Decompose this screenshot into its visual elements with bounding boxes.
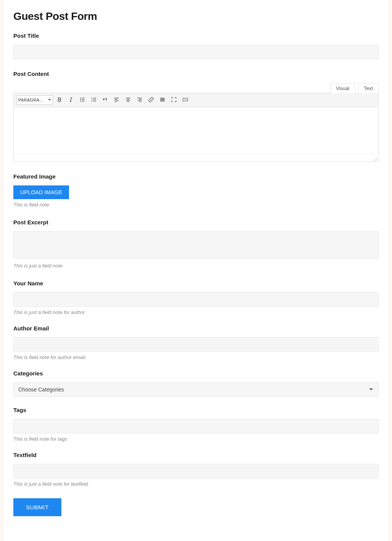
field-tags: Tags This is field note for tags — [13, 407, 379, 442]
tab-text[interactable]: Text — [358, 83, 379, 93]
italic-button[interactable] — [66, 95, 76, 105]
bullet-list-button[interactable] — [77, 95, 87, 105]
quote-icon — [102, 97, 108, 104]
field-textfield: Textfield This is just a field note for … — [13, 452, 379, 487]
format-dropdown-label: PARAGRA… — [18, 98, 43, 102]
categories-select[interactable]: Choose Categories — [13, 382, 379, 397]
post-excerpt-note: This is just a field note — [13, 263, 379, 269]
number-list-button[interactable]: 123 — [89, 95, 99, 105]
your-name-label: Your Name — [13, 280, 379, 287]
tags-label: Tags — [13, 407, 379, 413]
page-title: Guest Post Form — [13, 10, 379, 23]
editor-wrapper: PARAGRA… 123 — [13, 93, 379, 162]
textfield-input[interactable] — [13, 464, 379, 478]
post-title-label: Post Title — [13, 32, 379, 39]
svg-point-1 — [80, 99, 81, 100]
editor-tabs: Visual Text — [13, 83, 379, 93]
svg-rect-6 — [183, 98, 188, 101]
svg-point-2 — [80, 100, 81, 101]
svg-text:3: 3 — [92, 100, 93, 102]
svg-point-0 — [80, 97, 81, 98]
tags-note: This is field note for tags — [13, 436, 379, 442]
field-featured-image: Featured Image UPLOAD IMAGE This is fiel… — [13, 173, 379, 208]
textfield-label: Textfield — [13, 452, 379, 458]
bold-button[interactable] — [55, 95, 64, 105]
format-dropdown[interactable]: PARAGRA… — [16, 95, 53, 105]
author-email-note: This is field note for author email. — [13, 354, 379, 360]
align-right-button[interactable] — [135, 95, 145, 105]
upload-image-button[interactable]: UPLOAD IMAGE — [13, 185, 69, 199]
featured-image-label: Featured Image — [13, 173, 379, 180]
align-right-icon — [137, 97, 143, 104]
link-icon — [148, 97, 154, 104]
textfield-note: This is just a field note for textfield — [13, 481, 379, 487]
submit-button[interactable]: SUBMIT — [13, 498, 61, 516]
categories-label: Categories — [13, 370, 379, 377]
field-author-email: Author Email This is field note for auth… — [13, 325, 379, 360]
form-container: Guest Post Form Post Title Post Content … — [3, 0, 389, 541]
align-left-button[interactable] — [112, 95, 122, 105]
field-post-excerpt: Post Excerpt This is just a field note — [13, 219, 379, 269]
chevron-down-icon — [48, 98, 51, 102]
featured-image-note: This is field note — [13, 202, 379, 208]
field-post-title: Post Title — [13, 32, 379, 59]
post-title-input[interactable] — [13, 45, 379, 59]
your-name-note: This is just a field note for author — [13, 309, 379, 315]
editor-statusbar — [14, 154, 378, 161]
post-excerpt-input[interactable] — [13, 231, 379, 259]
post-excerpt-label: Post Excerpt — [13, 219, 379, 225]
author-email-input[interactable] — [13, 337, 379, 352]
field-post-content: Post Content Visual Text PARAGRA… — [13, 71, 379, 162]
post-content-editor[interactable] — [14, 107, 378, 154]
resize-handle[interactable] — [373, 156, 378, 161]
number-list-icon: 123 — [91, 97, 97, 104]
italic-icon — [68, 97, 74, 104]
align-left-icon — [114, 97, 120, 104]
align-center-icon — [125, 97, 131, 104]
read-more-button[interactable] — [157, 95, 167, 105]
your-name-input[interactable] — [13, 292, 379, 307]
keyboard-icon — [182, 97, 188, 104]
align-center-button[interactable] — [123, 95, 133, 105]
fullscreen-button[interactable] — [169, 95, 179, 105]
fullscreen-icon — [171, 97, 177, 104]
link-button[interactable] — [146, 95, 156, 105]
editor-toolbar: PARAGRA… 123 — [14, 93, 378, 107]
read-more-icon — [159, 97, 165, 104]
post-content-label: Post Content — [13, 71, 379, 77]
field-your-name: Your Name This is just a field note for … — [13, 280, 379, 315]
author-email-label: Author Email — [13, 325, 379, 332]
field-categories: Categories Choose Categories — [13, 370, 379, 397]
bold-icon — [56, 97, 63, 104]
tags-input[interactable] — [13, 419, 379, 433]
toolbar-toggle-button[interactable] — [180, 95, 190, 105]
tab-visual[interactable]: Visual — [330, 83, 355, 93]
bullet-list-icon — [79, 97, 85, 104]
blockquote-button[interactable] — [100, 95, 110, 105]
